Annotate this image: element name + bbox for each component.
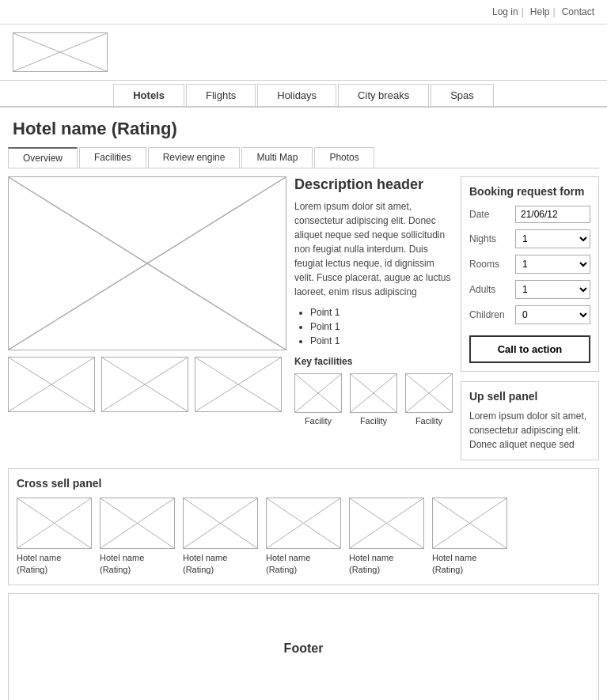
nights-select-wrapper: 12345 [515, 229, 590, 248]
date-label: Date [469, 209, 489, 220]
logo [13, 32, 108, 72]
facility-name-3: Facility [405, 416, 453, 426]
subtab-photos[interactable]: Photos [314, 147, 374, 168]
rooms-select[interactable]: 123 [515, 255, 590, 274]
subtab-review[interactable]: Review engine [148, 147, 241, 168]
thumbnail-3[interactable] [195, 357, 282, 412]
facility-image-2 [350, 373, 397, 413]
adults-select-wrapper: 1234 [515, 280, 590, 299]
main-content: Description header Lorem ipsum dolor sit… [0, 168, 607, 468]
nights-label: Nights [469, 233, 496, 244]
cross-name-2: Hotel name(Rating) [100, 552, 175, 577]
cross-image-5[interactable] [349, 498, 424, 549]
booking-form-title: Booking request form [469, 185, 590, 198]
description-header: Description header [294, 176, 453, 193]
page-title: Hotel name (Rating) [0, 108, 607, 147]
divider1: | [522, 6, 524, 17]
cross-item-6: Hotel name(Rating) [432, 498, 507, 577]
upsell-panel: Up sell panel Lorem ipsum dolor sit amet… [461, 381, 599, 460]
cross-image-1[interactable] [17, 498, 92, 549]
subtab-facilities[interactable]: Facilities [79, 147, 146, 168]
login-link[interactable]: Log in [492, 6, 518, 17]
nav-tab-spas[interactable]: Spas [431, 84, 494, 106]
right-column: Booking request form Date Nights 12345 R… [461, 176, 599, 460]
nav-tab-hotels[interactable]: Hotels [113, 84, 184, 106]
cross-item-3: Hotel name(Rating) [183, 498, 258, 577]
upsell-text: Lorem ipsum dolor sit amet, consectetur … [469, 409, 590, 452]
cross-image-3[interactable] [183, 498, 258, 549]
bullet-2: Point 1 [310, 321, 453, 332]
cross-item-4: Hotel name(Rating) [266, 498, 341, 577]
thumbnail-2[interactable] [101, 357, 188, 412]
children-select[interactable]: 0123 [515, 305, 590, 324]
facility-image-1 [294, 373, 342, 413]
facility-item-3: Facility [405, 373, 453, 426]
facility-item-1: Facility [294, 373, 342, 426]
sub-tabs: Overview Facilities Review engine Multi … [8, 147, 599, 168]
top-bar: Log in | Help | Contact [0, 0, 607, 25]
bullet-3: Point 1 [310, 335, 453, 346]
divider2: | [553, 6, 556, 17]
children-select-wrapper: 0123 [515, 305, 590, 324]
main-hotel-image [8, 176, 286, 350]
middle-column: Description header Lorem ipsum dolor sit… [294, 176, 453, 460]
cta-button[interactable]: Call to action [469, 335, 590, 363]
contact-link[interactable]: Contact [562, 6, 594, 17]
booking-form: Booking request form Date Nights 12345 R… [461, 176, 599, 372]
nights-row: Nights 12345 [469, 229, 590, 248]
facility-image-3 [405, 373, 453, 413]
cross-image-2[interactable] [100, 498, 175, 549]
thumbnail-1[interactable] [8, 357, 95, 412]
upsell-title: Up sell panel [469, 390, 590, 403]
cross-item-5: Hotel name(Rating) [349, 498, 424, 577]
rooms-label: Rooms [469, 259, 499, 270]
header [0, 25, 607, 81]
left-column [8, 176, 286, 460]
cross-item-2: Hotel name(Rating) [100, 498, 175, 577]
cross-image-6[interactable] [432, 498, 507, 549]
cross-sell-panel: Cross sell panel Hotel name(Rating) Hote… [8, 468, 599, 585]
subtab-overview[interactable]: Overview [8, 147, 78, 168]
rooms-row: Rooms 123 [469, 255, 590, 274]
key-facilities-label: Key facilities [294, 356, 453, 367]
children-row: Children 0123 [469, 305, 590, 324]
bullet-1: Point 1 [310, 307, 453, 318]
date-input[interactable] [515, 206, 590, 223]
cross-name-3: Hotel name(Rating) [183, 552, 258, 577]
cross-image-4[interactable] [266, 498, 341, 549]
adults-row: Adults 1234 [469, 280, 590, 299]
adults-label: Adults [469, 284, 495, 295]
cross-name-1: Hotel name(Rating) [17, 552, 92, 577]
footer-label: Footer [284, 641, 324, 656]
cross-name-5: Hotel name(Rating) [349, 552, 424, 577]
subtab-map[interactable]: Multi Map [241, 147, 313, 168]
facility-name-1: Facility [294, 416, 342, 426]
facility-item-2: Facility [350, 373, 397, 426]
children-label: Children [469, 309, 505, 320]
footer: Footer [8, 593, 599, 700]
facility-name-2: Facility [350, 416, 397, 426]
nav-tab-holidays[interactable]: Holidays [257, 84, 336, 106]
adults-select[interactable]: 1234 [515, 280, 590, 299]
description-body: Lorem ipsum dolor sit amet, consectetur … [294, 199, 453, 299]
nights-select[interactable]: 12345 [515, 229, 590, 248]
main-nav: Hotels Flights Holidays City breaks Spas [0, 81, 607, 108]
cross-sell-items: Hotel name(Rating) Hotel name(Rating) Ho… [17, 498, 590, 577]
rooms-select-wrapper: 123 [515, 255, 590, 274]
cross-sell-title: Cross sell panel [17, 477, 590, 490]
cross-name-4: Hotel name(Rating) [266, 552, 341, 577]
nav-tab-flights[interactable]: Flights [186, 84, 256, 106]
cross-item-1: Hotel name(Rating) [17, 498, 92, 577]
date-row: Date [469, 206, 590, 223]
facility-row: Facility Facility Facility [294, 373, 453, 426]
thumbnail-row [8, 357, 286, 412]
bullet-list: Point 1 Point 1 Point 1 [294, 307, 453, 346]
help-link[interactable]: Help [530, 6, 550, 17]
nav-tab-citybreaks[interactable]: City breaks [338, 84, 429, 106]
cross-name-6: Hotel name(Rating) [432, 552, 507, 577]
